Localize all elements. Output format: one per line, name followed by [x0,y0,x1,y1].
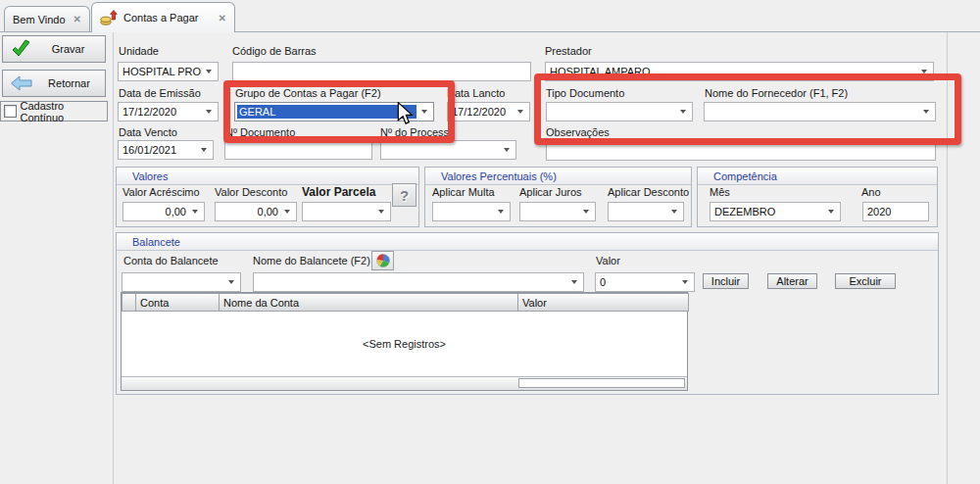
grid-header-indicator [122,293,136,312]
retornar-button[interactable]: Retornar [2,70,106,97]
data-vencto-value: 16/01/2021 [122,144,176,156]
chevron-down-icon[interactable] [224,273,238,291]
chevron-down-icon[interactable] [567,273,581,291]
money-up-arrow-icon [100,10,118,25]
balancete-group: Balancete Conta do Balancete Nome do Bal… [116,232,939,395]
conta-balancete-label: Conta do Balancete [123,255,219,266]
unidade-label: Unidade [119,45,159,57]
data-lancto-value: 17/12/2020 [452,106,506,118]
pie-chart-button[interactable] [371,251,394,270]
data-vencto-label: Data Vencto [119,126,177,138]
conta-balancete-select[interactable] [122,272,241,292]
alterar-button[interactable]: Alterar [767,273,817,289]
n-documento-input[interactable] [224,140,372,160]
chevron-down-icon[interactable] [579,203,593,220]
cadastro-continuo-option[interactable]: Cadastro Contínuo [0,101,108,121]
panel-left-border [113,32,114,484]
nome-balancete-label: Nome do Balancete (F2) [253,255,370,266]
chevron-down-icon[interactable] [678,273,692,291]
chevron-down-icon[interactable] [917,63,931,80]
percentuais-group: Valores Percentuais (%) Aplicar Multa Ap… [424,167,692,227]
valores-group: Valores Valor Acréscimo 0,00 Valor Desco… [116,167,419,227]
data-emissao-select[interactable]: 17/12/2020 [118,102,219,121]
tab-bem-vindo-close-icon[interactable]: ✕ [74,14,81,24]
green-check-icon [10,39,31,59]
prestador-select[interactable]: HOSPITAL AMPARO [545,62,934,81]
valor-parcela-select[interactable] [302,202,391,221]
valor-acrescimo-label: Valor Acréscimo [122,186,200,198]
valor-acrescimo-spinner[interactable]: 0,00 [122,202,205,221]
retornar-button-label: Retornar [33,77,105,89]
incluir-button[interactable]: Incluir [703,273,749,289]
ano-label: Ano [861,186,881,198]
valor-desconto-value: 0,00 [258,206,278,218]
balancete-grid[interactable]: Conta Nome da Conta Valor <Sem Registros… [121,292,688,391]
mes-select[interactable]: DEZEMBRO [710,202,841,221]
gravar-button-label: Gravar [31,43,105,55]
back-arrow-icon [10,74,33,92]
percentuais-group-title: Valores Percentuais (%) [425,168,691,185]
ano-input[interactable]: 2020 [862,202,929,221]
valor-balancete-label: Valor [596,255,620,266]
data-vencto-select[interactable]: 16/01/2021 [118,140,214,160]
tab-contas-a-pagar-label: Contas a Pagar [123,12,198,24]
gravar-button[interactable]: Gravar [2,35,106,63]
chevron-down-icon[interactable] [500,141,514,159]
observacoes-label: Observações [546,126,610,138]
cadastro-continuo-checkbox[interactable] [4,105,17,118]
tipo-documento-select[interactable] [546,102,693,121]
chevron-down-icon[interactable] [676,103,690,121]
data-lancto-label: Data Lancto [447,87,505,99]
aplicar-desconto-select[interactable] [608,202,684,221]
chevron-down-icon[interactable] [280,203,294,220]
chevron-down-icon[interactable] [667,203,681,220]
codigo-barras-label: Código de Barras [232,45,317,57]
valor-balancete-value: 0 [600,276,606,288]
nome-balancete-select[interactable] [253,272,584,292]
valor-balancete-select[interactable]: 0 [595,272,695,292]
tab-bem-vindo[interactable]: Bem Vindo ✕ [4,6,90,31]
tab-contas-a-pagar[interactable]: Contas a Pagar ✕ [91,2,235,32]
aplicar-juros-label: Aplicar Juros [519,186,582,198]
ano-value: 2020 [867,206,891,218]
unidade-select[interactable]: HOSPITAL PROI [118,62,219,81]
help-button[interactable]: ? [392,183,416,207]
valor-desconto-spinner[interactable]: 0,00 [215,202,297,221]
valor-desconto-label: Valor Desconto [215,186,287,198]
nome-fornecedor-select[interactable] [704,102,936,121]
n-processo-label: Nº do Processo [380,126,455,138]
chevron-down-icon[interactable] [197,141,211,159]
chevron-down-icon[interactable] [202,103,216,121]
panel-right-border [947,32,948,484]
excluir-button[interactable]: Excluir [835,273,896,289]
contas-a-pagar-window: Bem Vindo ✕ Contas a Pagar ✕ Gravar Reto… [0,0,980,484]
chevron-down-icon[interactable] [494,203,508,220]
chevron-down-icon[interactable] [202,63,216,80]
codigo-barras-input[interactable] [232,62,531,81]
grupo-contas-label: Grupo de Contas a Pagar (F2) [235,87,381,99]
cadastro-continuo-label: Cadastro Contínuo [21,100,107,123]
n-processo-select[interactable] [380,140,516,160]
chevron-down-icon[interactable] [514,103,527,121]
grid-header-valor[interactable]: Valor [517,293,689,312]
valor-acrescimo-value: 0,00 [166,206,186,218]
chevron-down-icon[interactable] [188,203,202,220]
chevron-down-icon[interactable] [417,103,431,121]
data-emissao-label: Data de Emissão [119,87,201,99]
grupo-contas-select[interactable]: GERAL [234,102,434,121]
chevron-down-icon[interactable] [374,203,388,220]
aplicar-juros-select[interactable] [519,202,596,221]
nome-fornecedor-label: Nome do Fornecedor (F1, F2) [705,87,848,99]
prestador-value: HOSPITAL AMPARO [550,66,651,77]
aplicar-multa-select[interactable] [432,202,511,221]
grid-header-nome-da-conta[interactable]: Nome da Conta [219,293,518,312]
observacoes-input[interactable] [546,141,936,161]
valor-parcela-label: Valor Parcela [302,185,375,199]
grid-header-conta[interactable]: Conta [135,293,220,312]
tab-bem-vindo-label: Bem Vindo [13,14,66,25]
data-lancto-select[interactable]: 17/12/2020 [447,102,530,121]
chevron-down-icon[interactable] [919,103,933,121]
data-emissao-value: 17/12/2020 [122,106,176,118]
chevron-down-icon[interactable] [824,203,838,220]
tab-contas-a-pagar-close-icon[interactable]: ✕ [219,13,226,24]
